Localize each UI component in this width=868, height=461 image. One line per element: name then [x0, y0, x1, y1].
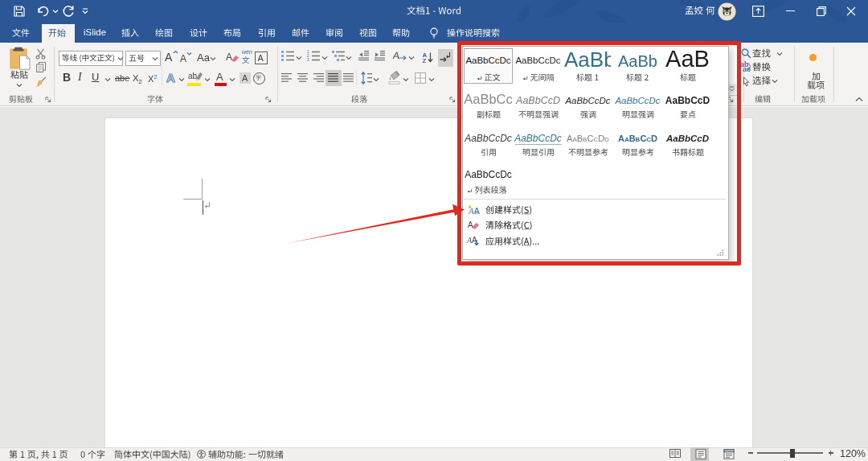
svg-text:3: 3: [307, 58, 309, 62]
